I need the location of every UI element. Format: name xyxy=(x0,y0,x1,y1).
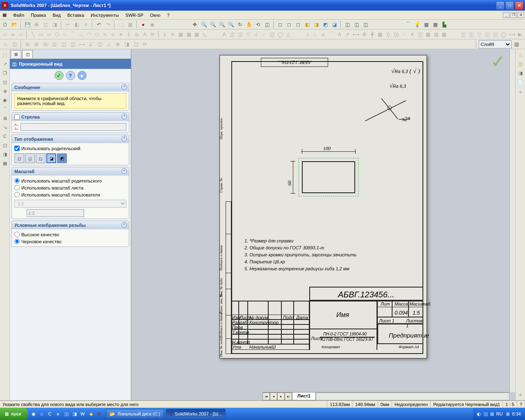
cl-icon[interactable]: ╋ xyxy=(368,30,375,39)
menu-view[interactable]: Вид xyxy=(49,12,64,18)
line-icon[interactable]: ╲ xyxy=(29,30,36,39)
rebuild-icon[interactable]: ● xyxy=(139,21,147,29)
pm-help-button[interactable]: ? xyxy=(66,71,75,80)
chamf-icon[interactable]: ◺ xyxy=(201,30,208,39)
status-help-icon[interactable]: ? xyxy=(517,401,525,408)
v4-icon[interactable]: ⊞ xyxy=(32,40,41,48)
a13-icon[interactable]: ◫ xyxy=(484,30,491,39)
section-icon[interactable]: ◫ xyxy=(343,21,352,29)
tray-icon[interactable]: 🖥 xyxy=(505,411,510,416)
select-icon[interactable]: ⬚ xyxy=(117,21,125,29)
start-button[interactable]: ⊞пуск xyxy=(0,408,28,420)
arc-icon[interactable]: ⌒ xyxy=(404,21,412,29)
scale-user-radio[interactable] xyxy=(14,192,20,197)
rs-pal-icon[interactable]: ◨ xyxy=(516,69,525,77)
3dsketch-icon[interactable]: ▱ xyxy=(17,30,24,39)
a5-icon[interactable]: ✕ xyxy=(409,30,415,39)
grid3-icon[interactable]: ▦ xyxy=(431,21,439,29)
arr2-icon[interactable]: ▦ xyxy=(193,30,200,39)
scale-sheet-radio[interactable] xyxy=(14,185,20,190)
use-parent-checkbox[interactable] xyxy=(14,146,20,151)
v7-icon[interactable]: ◫ xyxy=(59,40,68,48)
sheet-tab[interactable]: Лист1 xyxy=(292,393,316,400)
cline-icon[interactable]: ⊹ xyxy=(109,30,116,39)
collapse-icon[interactable]: ⌃ xyxy=(121,168,127,174)
a12-icon[interactable]: ▽ xyxy=(476,30,483,39)
rs-expand2-icon[interactable]: « xyxy=(516,390,525,399)
center-icon[interactable]: ◎ xyxy=(133,30,140,39)
cm2-icon[interactable]: ↗ xyxy=(1,60,9,68)
cm4-icon[interactable]: ◫ xyxy=(1,78,9,86)
layer-select[interactable]: Слой9 xyxy=(479,40,511,48)
view1-icon[interactable]: ◫ xyxy=(352,21,361,29)
ql-icon[interactable]: ◨ xyxy=(71,411,78,417)
note-icon[interactable]: ◫ xyxy=(228,30,235,39)
cm12-icon[interactable]: ◨ xyxy=(1,150,9,158)
trim-icon[interactable]: ✕ xyxy=(169,30,176,39)
cm-icon[interactable]: ⊕ xyxy=(361,30,368,39)
ql-icon[interactable]: ⌂ xyxy=(39,411,45,417)
sheet-last-button[interactable]: ▸| xyxy=(285,393,292,400)
a7-icon[interactable]: ▦ xyxy=(425,30,431,39)
sheet-next-button[interactable]: ▸ xyxy=(277,393,285,400)
para-icon[interactable]: ▱ xyxy=(45,30,52,39)
cm13-icon[interactable]: ▦ xyxy=(1,159,9,167)
lamp-icon[interactable]: 💡 xyxy=(413,21,421,29)
chart-icon[interactable]: ▙ xyxy=(440,21,448,29)
rs-expand-icon[interactable]: « xyxy=(516,88,525,96)
tbl-icon[interactable]: ▦ xyxy=(377,30,383,39)
vdim-icon[interactable]: ∟ xyxy=(312,30,319,39)
a16-icon[interactable]: ⟶ xyxy=(508,30,516,39)
geom-icon[interactable]: ◉ xyxy=(148,21,156,29)
ql-icon[interactable]: C xyxy=(47,411,53,417)
v3-icon[interactable]: ⊟ xyxy=(23,40,32,48)
cm3-icon[interactable]: ❐ xyxy=(1,69,9,77)
v6-icon[interactable]: ⊡ xyxy=(50,40,59,48)
hdim-icon[interactable]: ⊥ xyxy=(304,30,311,39)
cm8-icon[interactable]: ⊞ xyxy=(1,114,9,122)
ql-icon[interactable]: ◫ xyxy=(63,411,70,417)
v16-icon[interactable]: ⟳ xyxy=(141,40,149,48)
tray-icon[interactable]: ⊞ xyxy=(490,411,494,417)
arr1-icon[interactable]: ▦ xyxy=(185,30,192,39)
rs-doc-icon[interactable]: 📄 xyxy=(516,78,525,86)
zoom-sel-icon[interactable]: 🔍 xyxy=(227,21,235,29)
arc3-icon[interactable]: ◠ xyxy=(85,30,92,39)
display-hlv-button[interactable]: ◻ xyxy=(36,153,46,163)
sheet-first-button[interactable]: |◂ xyxy=(262,393,270,400)
collapse-icon[interactable]: ⌃ xyxy=(121,84,127,90)
menu-swrsp[interactable]: SWR-SP xyxy=(122,12,147,18)
a3-icon[interactable]: ))) xyxy=(393,30,399,39)
v14-icon[interactable]: ◨ xyxy=(123,40,131,48)
hlv-icon[interactable]: ◻ xyxy=(294,21,302,29)
rs-lib-icon[interactable]: ◫ xyxy=(516,60,525,68)
rotate-icon[interactable]: ↻ xyxy=(236,21,244,29)
display-shade-edge-button[interactable]: ◪ xyxy=(46,153,56,163)
ql-icon[interactable]: ◆ xyxy=(88,411,94,417)
lead-icon[interactable]: ↗ xyxy=(344,30,351,39)
datum-icon[interactable]: ▽ xyxy=(244,30,251,39)
dim-icon[interactable]: A xyxy=(221,30,228,39)
rev-icon[interactable]: △ xyxy=(285,30,292,39)
cm6-icon[interactable]: ◉ xyxy=(1,96,9,104)
a15-icon[interactable]: ◯ xyxy=(500,30,507,39)
tray-icon[interactable]: ◫ xyxy=(484,411,488,417)
arc2-icon[interactable]: ⌓ xyxy=(77,30,84,39)
a9-icon[interactable]: ▦ xyxy=(441,30,447,39)
a14-icon[interactable]: ◫ xyxy=(492,30,499,39)
hlr-icon[interactable]: ◻ xyxy=(285,21,293,29)
scale-parent-radio[interactable] xyxy=(14,178,20,183)
layer-mgr-icon[interactable]: ▤ xyxy=(512,40,520,48)
wire-icon[interactable]: ◻ xyxy=(276,21,284,29)
display-shade-button[interactable]: ◩ xyxy=(57,153,67,163)
menu-help[interactable]: ? xyxy=(164,12,173,18)
maximize-button[interactable]: □ xyxy=(505,1,514,10)
shade2-icon[interactable]: ◨ xyxy=(312,21,320,29)
rs-home-icon[interactable]: ⌂ xyxy=(516,51,525,59)
bal-icon[interactable]: ◯ xyxy=(276,30,283,39)
v13-icon[interactable]: ⊗ xyxy=(114,40,122,48)
ql-icon[interactable]: W xyxy=(80,411,86,417)
taskbar-item[interactable]: 📂Локальный диск (C:) xyxy=(106,409,164,419)
v11-icon[interactable]: ◫ xyxy=(96,40,104,48)
a4-icon[interactable]: ⟋ xyxy=(400,30,407,39)
